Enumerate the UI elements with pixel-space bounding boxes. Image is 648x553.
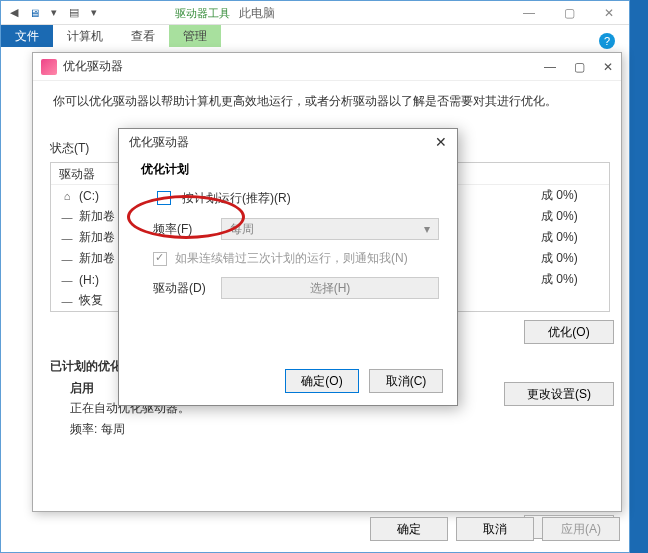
dialog-footer: 确定(O) 取消(C) (285, 369, 443, 393)
drive-status: 成 0%) (541, 271, 601, 288)
drive-name: 恢复 (79, 292, 103, 309)
schedule-freq: 频率: 每周 (70, 419, 190, 439)
quick-access-toolbar: ◀ 🖥 ▾ ▤ ▾ 驱动器工具 此电脑 — ▢ ✕ (1, 1, 629, 25)
dialog-title-bar: 优化驱动器 ✕ (119, 129, 457, 155)
description-text: 你可以优化驱动器以帮助计算机更高效地运行，或者分析驱动器以了解是否需要对其进行优… (53, 93, 601, 110)
title-bar: 优化驱动器 — ▢ ✕ (33, 53, 621, 81)
schedule-dialog: 优化驱动器 ✕ 优化计划 按计划运行(推荐)(R) 频率(F) 每周 ▾ 如果连… (118, 128, 458, 406)
optimize-button[interactable]: 优化(O) (524, 320, 614, 344)
drive-icon: ⌂ (59, 190, 75, 202)
maximize-button[interactable]: ▢ (574, 60, 585, 74)
app-icon (41, 59, 57, 75)
apply-button-sheet[interactable]: 应用(A) (542, 517, 620, 541)
ribbon-contextual-label: 驱动器工具 (161, 3, 244, 24)
change-settings-button[interactable]: 更改设置(S) (504, 382, 614, 406)
notify-checkbox (153, 252, 167, 266)
frequency-value: 每周 (230, 221, 254, 238)
close-icon[interactable]: ✕ (435, 134, 447, 150)
notify-row: 如果连续错过三次计划的运行，则通知我(N) (153, 250, 439, 267)
ok-button-sheet[interactable]: 确定 (370, 517, 448, 541)
drive-status: 成 0%) (541, 187, 601, 204)
drive-status: 成 0%) (541, 229, 601, 246)
status-label: 状态(T) (50, 140, 89, 157)
tab-manage[interactable]: 管理 (169, 25, 221, 47)
drive-icon: — (59, 211, 75, 223)
tab-view[interactable]: 查看 (117, 25, 169, 47)
drive-icon: — (59, 253, 75, 265)
close-button[interactable]: ✕ (603, 60, 613, 74)
ok-button[interactable]: 确定(O) (285, 369, 359, 393)
drive-icon: — (59, 274, 75, 286)
run-on-schedule-checkbox[interactable] (157, 191, 171, 205)
maximize-button[interactable]: ▢ (549, 6, 589, 20)
drives-label: 驱动器(D) (153, 280, 213, 297)
section-label: 优化计划 (141, 161, 439, 178)
drive-name: (C:) (79, 189, 99, 203)
dropdown-icon[interactable]: ▾ (45, 4, 63, 22)
frequency-row: 频率(F) 每周 ▾ (153, 218, 439, 240)
window-controls: — ▢ ✕ (509, 6, 629, 20)
choose-drives-button[interactable]: 选择(H) (221, 277, 439, 299)
cancel-button-sheet[interactable]: 取消 (456, 517, 534, 541)
drive-name: (H:) (79, 273, 99, 287)
close-button[interactable]: ✕ (589, 6, 629, 20)
minimize-button[interactable]: — (509, 6, 549, 20)
dropdown2-icon[interactable]: ▾ (85, 4, 103, 22)
drive-status: 成 0%) (541, 250, 601, 267)
drive-icon: — (59, 232, 75, 244)
dialog-title: 优化驱动器 (129, 134, 189, 151)
ribbon-tabs: 文件 计算机 查看 管理 (1, 25, 629, 47)
properties-icon[interactable]: ▤ (65, 4, 83, 22)
frequency-label: 频率(F) (153, 221, 213, 238)
location-label: 此电脑 (239, 5, 275, 22)
drive-status: 成 0%) (541, 208, 601, 225)
tab-file[interactable]: 文件 (1, 25, 53, 47)
run-on-schedule-row: 按计划运行(推荐)(R) (153, 188, 439, 208)
property-sheet-buttons: 确定 取消 应用(A) (276, 517, 626, 547)
drive-name: 新加卷 (79, 208, 115, 225)
drive-icon: — (59, 295, 75, 307)
nav-back-icon[interactable]: ◀ (5, 4, 23, 22)
run-on-schedule-label: 按计划运行(推荐)(R) (182, 190, 291, 207)
help-icon[interactable]: ? (599, 33, 615, 49)
tab-computer[interactable]: 计算机 (53, 25, 117, 47)
monitor-icon[interactable]: 🖥 (25, 4, 43, 22)
frequency-select[interactable]: 每周 ▾ (221, 218, 439, 240)
chevron-down-icon: ▾ (424, 222, 430, 236)
minimize-button[interactable]: — (544, 60, 556, 74)
drives-row: 驱动器(D) 选择(H) (153, 277, 439, 299)
cancel-button[interactable]: 取消(C) (369, 369, 443, 393)
notify-label: 如果连续错过三次计划的运行，则通知我(N) (175, 250, 408, 267)
scheduled-optimization-label: 已计划的优化 (50, 358, 122, 375)
window-title: 优化驱动器 (63, 58, 123, 75)
